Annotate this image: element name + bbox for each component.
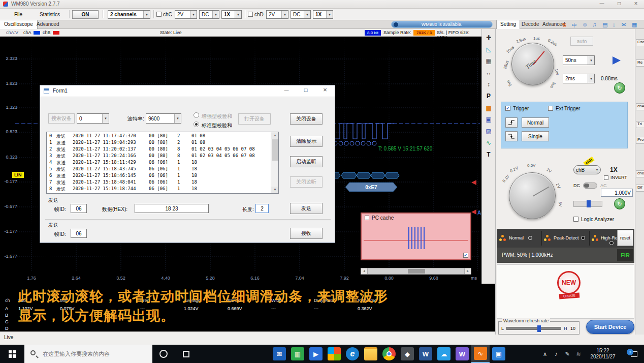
pc-cache-checkbox[interactable] (365, 216, 369, 220)
taskbar-app-store[interactable]: ▦ (288, 345, 307, 363)
trigger-marker-icon[interactable] (471, 180, 476, 185)
scroll-thumb[interactable] (408, 269, 425, 274)
tab-decode[interactable]: Decode (519, 20, 542, 29)
cha-color-swatch[interactable] (34, 31, 40, 35)
time-coarse-select[interactable]: 2ms▼ (563, 74, 595, 83)
menu-statistics[interactable]: Statistics (40, 12, 60, 17)
log-row[interactable]: 0发送2020-11-27 11:17:47:37000 [80]201 08F… (49, 133, 278, 140)
log-row[interactable]: 5发送2020-11-27 15:18:43:74506 [06]118E7 (49, 166, 278, 173)
acq-peak-label[interactable]: Peak-Detect (554, 235, 579, 240)
channel-a-marker-icon[interactable] (471, 209, 476, 215)
log-listbox[interactable]: 0发送2020-11-27 11:17:47:37000 [80]201 08F… (46, 132, 279, 194)
menu-file[interactable]: File (14, 12, 22, 17)
refresh-slider[interactable] (506, 327, 561, 330)
taskbar-app-purple[interactable]: W (453, 345, 471, 363)
acq-highres-radio[interactable] (609, 241, 614, 245)
trigger-normal-button[interactable]: Normal (522, 117, 549, 128)
new-update-badge[interactable]: NEW (557, 271, 581, 294)
chb-label[interactable]: chB (43, 30, 51, 35)
taskbar-app-cloud[interactable]: ☁ (435, 345, 453, 363)
start-listen-button[interactable]: 启动监听 (290, 156, 323, 167)
dialog-close-button[interactable]: × (316, 86, 334, 94)
close-button[interactable]: × (629, 0, 643, 7)
ruler-icon[interactable]: ◺ (482, 43, 495, 55)
level-refresh-button[interactable]: ↻ (614, 198, 625, 209)
scroll-up-button[interactable]: ▲ (271, 132, 279, 139)
chb-color-swatch[interactable] (53, 31, 59, 35)
chd-probe-select[interactable]: 1X▼ (313, 10, 333, 19)
time-knob[interactable]: Time (511, 43, 554, 85)
taskbar-app-chrome[interactable] (380, 345, 398, 363)
taskbar-app-edge[interactable]: e (343, 345, 362, 363)
apps-grid-icon[interactable]: ▦ (632, 21, 637, 28)
form1-dialog[interactable]: Form1 — □ × 搜索设备 0▼ 波特率: 9600▼ 增强型校验和 标准… (40, 85, 335, 243)
scroll-left-button[interactable]: ◄ (361, 268, 368, 274)
chd-checkbox[interactable] (248, 12, 253, 17)
start-device-button[interactable]: Start Device (586, 320, 634, 334)
screenshot-icon[interactable]: ▨ (482, 125, 495, 137)
waveform-icon[interactable]: ∿ (482, 137, 495, 148)
edge-tab[interactable]: Re (636, 59, 644, 67)
notification-center-button[interactable]: 3 (624, 345, 644, 363)
frame-id2-input[interactable] (71, 229, 87, 238)
taskbar-app-office[interactable] (325, 345, 343, 363)
edge-tab[interactable]: Tri (636, 121, 644, 128)
logic-analyzer-checkbox[interactable] (573, 217, 578, 222)
keyboard-icon[interactable]: ▤ (602, 21, 607, 28)
dialog-maximize-button[interactable]: □ (297, 87, 314, 93)
chc-checkbox[interactable] (156, 12, 162, 17)
search-device-button[interactable]: 搜索设备 (48, 113, 75, 124)
grid-icon[interactable]: ▦ (482, 55, 495, 67)
edge-tab[interactable]: Pro (636, 137, 644, 144)
coupling-toggle[interactable] (583, 183, 597, 189)
time-fine-select[interactable]: 50ns▼ (563, 55, 595, 65)
on-button[interactable]: ON (72, 10, 99, 19)
ext-trigger-checkbox[interactable] (548, 106, 553, 111)
taskbar-app-word[interactable]: W (416, 345, 435, 363)
channel-select[interactable]: chB▼ (573, 165, 601, 174)
list-scroll-thumb[interactable] (272, 139, 278, 161)
dialog-minimize-button[interactable]: — (278, 87, 295, 93)
maximize-button[interactable]: □ (611, 1, 627, 6)
histogram-icon[interactable]: ▆ (482, 102, 495, 113)
fir-button[interactable]: FIR (617, 249, 633, 261)
taskbar-clock[interactable]: 15:22 2020/11/27 (585, 345, 621, 363)
h-cursor-icon[interactable]: ↔ (482, 67, 495, 78)
acq-normal-radio[interactable] (528, 236, 532, 240)
clear-display-button[interactable]: 清除显示 (290, 136, 323, 147)
chc-probe-select[interactable]: 1X▼ (221, 10, 242, 19)
taskbar-app-explorer[interactable] (362, 345, 380, 363)
tray-volume-button[interactable]: ♪ (551, 345, 562, 363)
brand-icon[interactable]: S (563, 21, 566, 29)
log-row[interactable]: 3发送2020-11-27 11:20:24:16600 [80]801 02 … (49, 153, 278, 160)
device-select[interactable]: 0▼ (77, 113, 109, 124)
falling-edge-button[interactable] (505, 131, 518, 141)
edge-tab[interactable]: chB (636, 170, 644, 177)
edge-tab[interactable]: Dif (636, 185, 644, 192)
taskbar-app-mail[interactable]: ✉ (270, 345, 288, 363)
send-button[interactable]: 发送 (290, 203, 323, 214)
minimize-button[interactable]: — (594, 1, 609, 6)
chc-coupling-select[interactable]: DC▼ (199, 10, 219, 19)
close-device-button[interactable]: 关闭设备 (290, 113, 323, 125)
level-slider[interactable] (573, 201, 602, 207)
edge-tab[interactable]: Osc (636, 39, 644, 46)
auto-button[interactable]: auto (570, 37, 593, 46)
channel-count-select[interactable]: 2 channels▼ (108, 10, 150, 19)
cortana-button[interactable] (152, 345, 175, 363)
taskbar-app-tool[interactable]: ◆ (398, 345, 416, 363)
chc-volt-select[interactable]: 2V▼ (175, 10, 197, 19)
pc-cache-panel[interactable]: PC cache ✓ (361, 213, 471, 260)
open-device-button[interactable]: 打开设备 (238, 113, 271, 125)
tray-pen-button[interactable]: ✎ (562, 345, 573, 363)
waveform-scrollbar[interactable]: ◄ ► (361, 268, 471, 275)
download-icon[interactable]: ↓ (613, 21, 616, 27)
list-scrollbar[interactable]: ▲ ▼ (271, 132, 278, 193)
length-input[interactable] (255, 204, 269, 213)
frame-id-input[interactable] (71, 204, 87, 213)
scroll-down-button[interactable]: ▼ (271, 187, 279, 193)
scroll-right-button[interactable]: ► (464, 268, 471, 274)
rising-edge-button[interactable] (505, 117, 518, 128)
trigger-checkbox[interactable]: ✓ (505, 106, 510, 111)
data-hex-input[interactable] (135, 204, 209, 213)
